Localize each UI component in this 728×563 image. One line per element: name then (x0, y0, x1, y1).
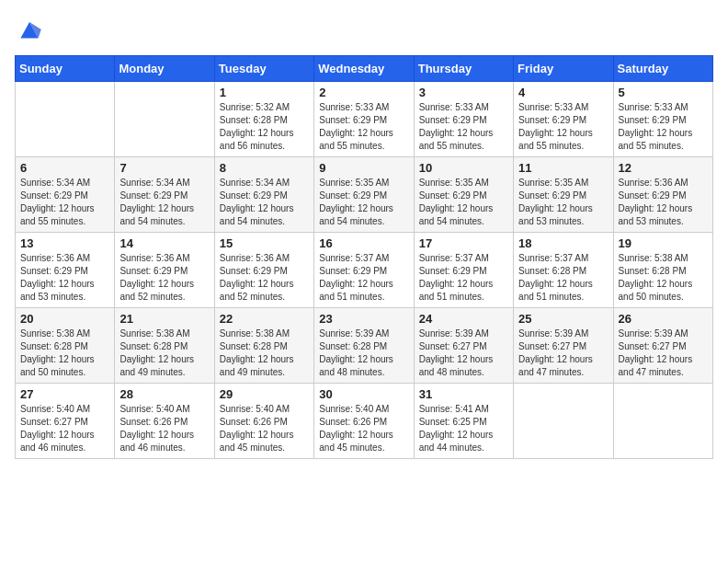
day-number: 25 (518, 312, 608, 326)
day-info: Sunrise: 5:39 AMSunset: 6:27 PMDaylight:… (419, 327, 508, 379)
column-header-monday: Monday (115, 56, 214, 82)
calendar-cell: 26Sunrise: 5:39 AMSunset: 6:27 PMDayligh… (613, 308, 712, 384)
day-info: Sunrise: 5:40 AMSunset: 6:26 PMDaylight:… (319, 403, 408, 454)
calendar-cell: 11Sunrise: 5:35 AMSunset: 6:29 PMDayligh… (514, 157, 613, 233)
day-number: 31 (419, 387, 508, 401)
day-number: 11 (518, 161, 608, 175)
day-number: 22 (220, 312, 309, 326)
calendar-cell (115, 82, 214, 157)
day-info: Sunrise: 5:38 AMSunset: 6:28 PMDaylight:… (20, 327, 109, 379)
calendar-cell: 22Sunrise: 5:38 AMSunset: 6:28 PMDayligh… (214, 308, 313, 384)
day-info: Sunrise: 5:33 AMSunset: 6:29 PMDaylight:… (619, 101, 708, 153)
day-number: 18 (518, 236, 608, 250)
column-header-wednesday: Wednesday (314, 56, 414, 82)
column-header-thursday: Thursday (414, 56, 513, 82)
calendar-cell (514, 384, 613, 459)
day-info: Sunrise: 5:34 AMSunset: 6:29 PMDaylight:… (119, 177, 209, 228)
calendar-cell: 12Sunrise: 5:36 AMSunset: 6:29 PMDayligh… (613, 157, 712, 233)
calendar-cell: 5Sunrise: 5:33 AMSunset: 6:29 PMDaylight… (613, 82, 712, 157)
week-row-4: 20Sunrise: 5:38 AMSunset: 6:28 PMDayligh… (16, 308, 713, 384)
calendar-cell: 13Sunrise: 5:36 AMSunset: 6:29 PMDayligh… (16, 233, 115, 308)
column-header-tuesday: Tuesday (214, 56, 313, 82)
day-number: 16 (319, 236, 408, 250)
day-number: 29 (220, 387, 309, 401)
calendar-cell: 23Sunrise: 5:39 AMSunset: 6:28 PMDayligh… (314, 308, 414, 384)
day-info: Sunrise: 5:33 AMSunset: 6:29 PMDaylight:… (319, 101, 408, 153)
calendar-cell (16, 82, 115, 157)
logo-icon (15, 15, 44, 44)
calendar-cell: 6Sunrise: 5:34 AMSunset: 6:29 PMDaylight… (16, 157, 115, 233)
day-number: 12 (619, 161, 708, 175)
calendar-cell: 16Sunrise: 5:37 AMSunset: 6:29 PMDayligh… (314, 233, 414, 308)
day-info: Sunrise: 5:33 AMSunset: 6:29 PMDaylight:… (518, 101, 608, 153)
calendar-cell: 1Sunrise: 5:32 AMSunset: 6:28 PMDaylight… (214, 82, 313, 157)
day-info: Sunrise: 5:36 AMSunset: 6:29 PMDaylight:… (119, 252, 209, 304)
day-info: Sunrise: 5:39 AMSunset: 6:27 PMDaylight:… (619, 327, 708, 379)
calendar-table: SundayMondayTuesdayWednesdayThursdayFrid… (15, 55, 713, 459)
calendar-cell: 24Sunrise: 5:39 AMSunset: 6:27 PMDayligh… (414, 308, 513, 384)
week-row-2: 6Sunrise: 5:34 AMSunset: 6:29 PMDaylight… (16, 157, 713, 233)
calendar-cell: 18Sunrise: 5:37 AMSunset: 6:28 PMDayligh… (514, 233, 613, 308)
week-row-3: 13Sunrise: 5:36 AMSunset: 6:29 PMDayligh… (16, 233, 713, 308)
day-info: Sunrise: 5:35 AMSunset: 6:29 PMDaylight:… (518, 177, 608, 228)
calendar-cell: 7Sunrise: 5:34 AMSunset: 6:29 PMDaylight… (115, 157, 214, 233)
day-number: 1 (220, 86, 309, 99)
day-number: 7 (119, 161, 209, 175)
day-number: 26 (619, 312, 708, 326)
calendar-cell: 14Sunrise: 5:36 AMSunset: 6:29 PMDayligh… (115, 233, 214, 308)
day-number: 15 (220, 236, 309, 250)
day-number: 10 (419, 161, 508, 175)
day-info: Sunrise: 5:38 AMSunset: 6:28 PMDaylight:… (619, 252, 708, 304)
week-row-5: 27Sunrise: 5:40 AMSunset: 6:27 PMDayligh… (16, 384, 713, 459)
day-number: 4 (518, 86, 608, 99)
header-row: SundayMondayTuesdayWednesdayThursdayFrid… (16, 56, 713, 82)
day-number: 28 (119, 387, 209, 401)
day-info: Sunrise: 5:40 AMSunset: 6:26 PMDaylight:… (119, 403, 209, 454)
day-info: Sunrise: 5:37 AMSunset: 6:29 PMDaylight:… (319, 252, 408, 304)
day-info: Sunrise: 5:40 AMSunset: 6:26 PMDaylight:… (220, 403, 309, 454)
day-info: Sunrise: 5:34 AMSunset: 6:29 PMDaylight:… (20, 177, 109, 228)
day-number: 5 (619, 86, 708, 99)
calendar-cell: 30Sunrise: 5:40 AMSunset: 6:26 PMDayligh… (314, 384, 414, 459)
day-info: Sunrise: 5:36 AMSunset: 6:29 PMDaylight:… (619, 177, 708, 228)
day-info: Sunrise: 5:37 AMSunset: 6:29 PMDaylight:… (419, 252, 508, 304)
day-info: Sunrise: 5:37 AMSunset: 6:28 PMDaylight:… (518, 252, 608, 304)
day-info: Sunrise: 5:38 AMSunset: 6:28 PMDaylight:… (220, 327, 309, 379)
day-number: 14 (119, 236, 209, 250)
day-info: Sunrise: 5:40 AMSunset: 6:27 PMDaylight:… (20, 403, 109, 454)
day-info: Sunrise: 5:34 AMSunset: 6:29 PMDaylight:… (220, 177, 309, 228)
day-number: 13 (20, 236, 109, 250)
day-number: 20 (20, 312, 109, 326)
page-header (15, 15, 713, 44)
day-info: Sunrise: 5:41 AMSunset: 6:25 PMDaylight:… (419, 403, 508, 454)
day-number: 8 (220, 161, 309, 175)
column-header-friday: Friday (514, 56, 613, 82)
day-number: 3 (419, 86, 508, 99)
calendar-cell (613, 384, 712, 459)
calendar-cell: 20Sunrise: 5:38 AMSunset: 6:28 PMDayligh… (16, 308, 115, 384)
calendar-cell: 9Sunrise: 5:35 AMSunset: 6:29 PMDaylight… (314, 157, 414, 233)
day-number: 24 (419, 312, 508, 326)
calendar-cell: 27Sunrise: 5:40 AMSunset: 6:27 PMDayligh… (16, 384, 115, 459)
calendar-cell: 28Sunrise: 5:40 AMSunset: 6:26 PMDayligh… (115, 384, 214, 459)
day-number: 6 (20, 161, 109, 175)
calendar-cell: 21Sunrise: 5:38 AMSunset: 6:28 PMDayligh… (115, 308, 214, 384)
day-info: Sunrise: 5:35 AMSunset: 6:29 PMDaylight:… (319, 177, 408, 228)
calendar-cell: 29Sunrise: 5:40 AMSunset: 6:26 PMDayligh… (214, 384, 313, 459)
day-info: Sunrise: 5:33 AMSunset: 6:29 PMDaylight:… (419, 101, 508, 153)
day-number: 27 (20, 387, 109, 401)
day-info: Sunrise: 5:38 AMSunset: 6:28 PMDaylight:… (119, 327, 209, 379)
column-header-saturday: Saturday (613, 56, 712, 82)
day-info: Sunrise: 5:39 AMSunset: 6:27 PMDaylight:… (518, 327, 608, 379)
logo (15, 15, 48, 44)
day-info: Sunrise: 5:32 AMSunset: 6:28 PMDaylight:… (220, 101, 309, 153)
day-info: Sunrise: 5:36 AMSunset: 6:29 PMDaylight:… (220, 252, 309, 304)
calendar-cell: 19Sunrise: 5:38 AMSunset: 6:28 PMDayligh… (613, 233, 712, 308)
day-info: Sunrise: 5:39 AMSunset: 6:28 PMDaylight:… (319, 327, 408, 379)
day-number: 19 (619, 236, 708, 250)
day-info: Sunrise: 5:35 AMSunset: 6:29 PMDaylight:… (419, 177, 508, 228)
day-number: 23 (319, 312, 408, 326)
calendar-cell: 8Sunrise: 5:34 AMSunset: 6:29 PMDaylight… (214, 157, 313, 233)
calendar-cell: 31Sunrise: 5:41 AMSunset: 6:25 PMDayligh… (414, 384, 513, 459)
day-number: 9 (319, 161, 408, 175)
